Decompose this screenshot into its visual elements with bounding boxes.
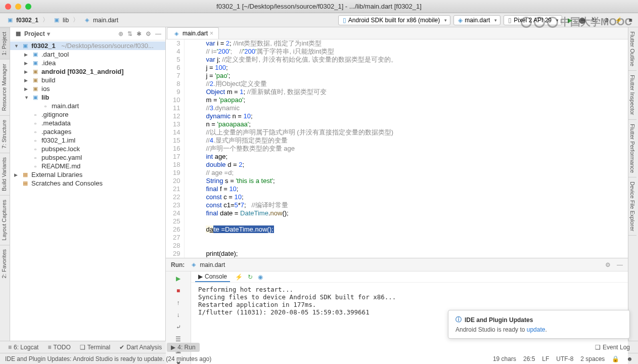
window-title: f0302_1 [~/Desktop/lesson/source/f0302_1…: [216, 3, 422, 10]
tree-item[interactable]: ▫.metadata: [10, 119, 165, 127]
titlebar: f0302_1 [~/Desktop/lesson/source/f0302_1…: [0, 0, 638, 13]
tree-item[interactable]: ▫.gitignore: [10, 110, 165, 119]
tree-item[interactable]: ▶▣build: [10, 76, 165, 84]
tree-item[interactable]: ▫.packages: [10, 127, 165, 136]
console-tab[interactable]: ▶Console: [195, 272, 230, 282]
gutter-device-explorer[interactable]: Device File Explorer: [628, 177, 636, 236]
status-message: IDE and Plugin Updates: Android Studio i…: [5, 355, 211, 362]
project-sidebar: ▦Project ▾ ⊕ ⇅ ✱ ⚙ — ▼▣ f0302_1 ~/Deskto…: [10, 27, 166, 341]
breadcrumb-folder[interactable]: ▣lib: [50, 16, 72, 25]
stop-icon[interactable]: ■: [172, 286, 185, 296]
lightning-icon[interactable]: ⚡: [235, 274, 243, 281]
tree-item[interactable]: ▫f0302_1.iml: [10, 136, 165, 145]
gutter-flutter-performance[interactable]: Flutter Performance: [628, 120, 636, 177]
minimize-window-icon[interactable]: [15, 4, 21, 10]
tree-item[interactable]: ▶▣.dart_tool: [10, 50, 165, 59]
gutter-tab-captures[interactable]: Layout Captures: [0, 195, 10, 245]
tab-terminal[interactable]: ❑ Terminal: [76, 343, 114, 352]
chevron-right-icon: 〉: [42, 16, 49, 24]
close-icon[interactable]: ×: [210, 30, 213, 37]
rerun-icon[interactable]: ▶: [172, 274, 185, 284]
breadcrumb-root[interactable]: ▣f0302_1: [3, 16, 41, 25]
gutter-tab-favorites[interactable]: 2: Favorites: [0, 245, 10, 282]
down-icon[interactable]: ↓: [172, 310, 185, 320]
sidebar-title[interactable]: Project: [24, 30, 45, 37]
target-icon[interactable]: ⊕: [118, 30, 123, 37]
editor-tabbar: ◈ main.dart ×: [166, 27, 628, 39]
gear-icon[interactable]: ⚙: [146, 30, 151, 37]
tree-item[interactable]: ▶▣.idea: [10, 59, 165, 67]
gutter-flutter-outline[interactable]: Flutter Outline: [628, 27, 636, 71]
run-config-selector[interactable]: ◈main.dart: [453, 15, 500, 25]
project-tree[interactable]: ▼▣ f0302_1 ~/Desktop/lesson/source/f030.…: [10, 40, 165, 341]
right-tool-gutter: Flutter Outline Flutter Inspector Flutte…: [628, 27, 638, 341]
editor-tab[interactable]: ◈ main.dart ×: [167, 27, 219, 39]
tab-dart-analysis[interactable]: ✔ Dart Analysis: [115, 343, 166, 352]
code-editor[interactable]: 3456789101112131415161718192021222324252…: [166, 39, 628, 258]
watermark: 中国大学MOOC: [521, 15, 632, 29]
tree-item[interactable]: ▫README.md: [10, 162, 165, 170]
gutter-tab-structure[interactable]: 7: Structure: [0, 115, 10, 153]
info-icon: ⓘ: [455, 315, 462, 324]
gutter-tab-resource[interactable]: Resource Manager: [0, 59, 10, 115]
close-window-icon[interactable]: [5, 4, 11, 10]
update-notification[interactable]: ⓘIDE and Plugin Updates Android Studio i…: [448, 310, 630, 339]
gutter-tab-build[interactable]: Build Variants: [0, 153, 10, 195]
collapse-icon[interactable]: ✱: [136, 30, 142, 37]
breadcrumb-file[interactable]: ◈main.dart: [80, 16, 121, 25]
tree-root[interactable]: ▼▣ f0302_1 ~/Desktop/lesson/source/f030.…: [10, 41, 165, 50]
run-label: Run:: [171, 261, 185, 268]
open-devtools-icon[interactable]: ◉: [258, 274, 263, 281]
tree-item[interactable]: ▫pubspec.yaml: [10, 153, 165, 162]
restart-icon[interactable]: ↻: [248, 274, 253, 281]
wrap-icon[interactable]: ⤶: [172, 322, 185, 332]
pin-icon[interactable]: ↑: [172, 298, 185, 308]
tree-item[interactable]: ▼▣lib: [10, 93, 165, 102]
tree-scratches[interactable]: ▦Scratches and Consoles: [10, 179, 165, 188]
left-tool-gutter: 1: Project Resource Manager 7: Structure…: [0, 27, 10, 341]
hide-icon[interactable]: —: [155, 30, 161, 37]
sort-icon[interactable]: ⇅: [127, 30, 132, 37]
tree-item[interactable]: ▫pubspec.lock: [10, 145, 165, 153]
tree-item[interactable]: ▶▣ios: [10, 84, 165, 93]
gutter-flutter-inspector[interactable]: Flutter Inspector: [628, 71, 636, 119]
tree-item[interactable]: ▶▣android [f0302_1_android]: [10, 67, 165, 76]
update-link[interactable]: update: [527, 326, 545, 333]
tab-todo[interactable]: ≡ TODO: [43, 343, 74, 352]
tree-item[interactable]: ▫main.dart: [10, 102, 165, 110]
tab-logcat[interactable]: ≡ 6: Logcat: [4, 343, 42, 352]
chevron-right-icon: 〉: [73, 16, 79, 24]
run-panel: Run: ◈main.dart ⚙ — ▶ ■ ↑ ↓ ⤶ ☰: [166, 258, 628, 364]
device-selector[interactable]: ▯Android SDK built for x86 (mobile): [338, 15, 450, 25]
maximize-window-icon[interactable]: [25, 4, 31, 10]
gear-icon[interactable]: ⚙: [605, 261, 611, 268]
run-config[interactable]: ◈main.dart: [190, 261, 225, 268]
gutter-tab-project[interactable]: 1: Project: [0, 27, 10, 59]
tree-external-libs[interactable]: ▶▦External Libraries: [10, 170, 165, 179]
hide-icon[interactable]: —: [617, 261, 623, 268]
